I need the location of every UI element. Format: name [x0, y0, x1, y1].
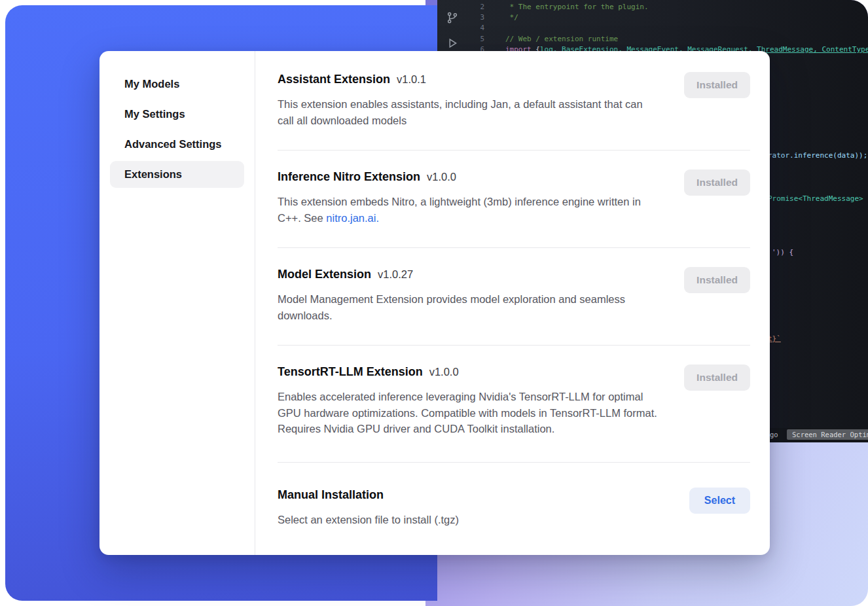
extension-description: Enables accelerated inference leveraging… — [278, 389, 660, 437]
extension-version: v1.0.1 — [397, 73, 426, 85]
manual-installation-row: Manual Installation Select an extension … — [278, 463, 750, 550]
line-number: 3 — [437, 13, 484, 22]
extension-version: v1.0.0 — [429, 366, 459, 378]
screen-reader-status-chip[interactable]: Screen Reader Optimize — [787, 429, 868, 440]
extension-row-model: Model Extensionv1.0.27 Model Management … — [278, 248, 750, 346]
status-bar-text: go — [770, 431, 778, 438]
line-number: 4 — [437, 24, 484, 32]
sidebar-item-my-models[interactable]: My Models — [110, 71, 244, 98]
extension-info: Inference Nitro Extensionv1.0.0 This ext… — [278, 168, 660, 226]
code-line: 4 — [437, 23, 868, 33]
select-file-button[interactable]: Select — [689, 488, 750, 514]
code-text: // Web / extension runtime — [505, 35, 618, 43]
extension-name: Inference Nitro Extension — [278, 170, 420, 183]
installed-button[interactable]: Installed — [684, 169, 750, 196]
code-fragment-promise: Promise<ThreadMessage> — [768, 194, 863, 203]
code-text: * The entrypoint for the plugin. — [505, 3, 649, 11]
extension-row-tensorrt: TensortRT-LLM Extensionv1.0.0 Enables ac… — [278, 346, 750, 463]
extension-title: Assistant Extensionv1.0.1 — [278, 71, 660, 88]
manual-installation-title: Manual Installation — [278, 486, 459, 503]
extension-row-nitro: Inference Nitro Extensionv1.0.0 This ext… — [278, 151, 750, 248]
desktop-screenshot: 2 * The entrypoint for the plugin. 3 */ … — [0, 0, 868, 606]
nitro-jan-ai-link[interactable]: nitro.jan.ai. — [326, 212, 379, 224]
code-line: 5 // Web / extension runtime — [437, 33, 868, 44]
installed-button[interactable]: Installed — [684, 72, 750, 98]
code-line: 3 */ — [437, 12, 868, 22]
extension-info: TensortRT-LLM Extensionv1.0.0 Enables ac… — [278, 363, 660, 437]
code-line: 2 * The entrypoint for the plugin. — [437, 1, 868, 12]
installed-button[interactable]: Installed — [684, 267, 750, 293]
code-text: */ — [505, 13, 518, 22]
code-lines: 2 * The entrypoint for the plugin. 3 */ … — [437, 1, 868, 55]
extension-title: Model Extensionv1.0.27 — [278, 266, 660, 283]
extension-description: This extension enables assistants, inclu… — [278, 96, 660, 128]
manual-installation-description: Select an extension file to install (.tg… — [278, 512, 459, 528]
extension-version: v1.0.27 — [378, 268, 413, 280]
extension-info: Manual Installation Select an extension … — [278, 486, 459, 528]
extension-info: Model Extensionv1.0.27 Model Management … — [278, 266, 660, 323]
extension-title: TensortRT-LLM Extensionv1.0.0 — [278, 363, 660, 380]
section-name: Manual Installation — [278, 488, 384, 501]
extension-name: TensortRT-LLM Extension — [278, 365, 423, 378]
extensions-panel: Assistant Extensionv1.0.1 This extension… — [255, 51, 770, 555]
sidebar-item-advanced-settings[interactable]: Advanced Settings — [110, 131, 244, 158]
extension-name: Assistant Extension — [278, 73, 390, 86]
extension-row-assistant: Assistant Extensionv1.0.1 This extension… — [278, 71, 750, 151]
extension-info: Assistant Extensionv1.0.1 This extension… — [278, 71, 660, 128]
settings-modal: My Models My Settings Advanced Settings … — [99, 51, 770, 555]
settings-sidebar: My Models My Settings Advanced Settings … — [99, 51, 255, 555]
installed-button[interactable]: Installed — [684, 365, 750, 391]
code-fragment-inference: rator.inference(data)); — [768, 151, 867, 160]
extension-name: Model Extension — [278, 268, 371, 281]
code-fragment-brace: ')) { — [772, 248, 793, 257]
line-number: 5 — [437, 35, 484, 43]
extension-description: Model Management Extension provides mode… — [278, 291, 660, 323]
extension-title: Inference Nitro Extensionv1.0.0 — [278, 168, 660, 185]
extension-version: v1.0.0 — [427, 171, 456, 183]
extension-description: This extension embeds Nitro, a lightweig… — [278, 194, 660, 226]
line-number: 2 — [437, 3, 484, 11]
sidebar-item-extensions[interactable]: Extensions — [110, 161, 244, 188]
sidebar-item-my-settings[interactable]: My Settings — [110, 101, 244, 128]
